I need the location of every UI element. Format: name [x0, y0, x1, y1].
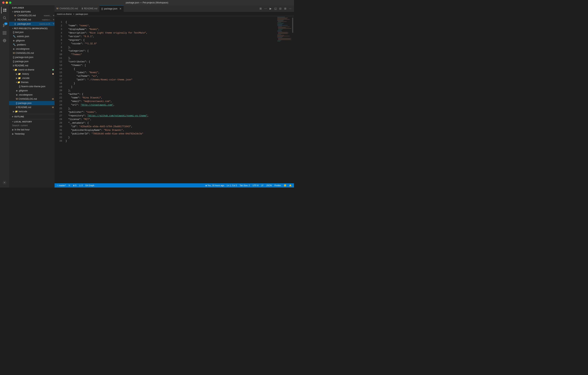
history-last-hour[interactable]: ▶ In the last hour: [9, 128, 54, 132]
run-btn[interactable]: ▶: [268, 6, 273, 11]
format-btn[interactable]: ⊟: [278, 6, 283, 11]
window-controls[interactable]: [2, 1, 11, 4]
position-item[interactable]: Ln 1, Col 2: [226, 184, 238, 187]
svg-point-14: [4, 182, 5, 183]
svg-point-5: [3, 26, 4, 27]
minimize-button[interactable]: [6, 1, 8, 4]
git-graph-item[interactable]: Git Graph: [84, 184, 95, 187]
file-readme-noemi[interactable]: ℹ README.md M: [9, 105, 54, 109]
vscodeignore-noemi-label: .vscodeignore: [18, 93, 54, 96]
search-activity-icon[interactable]: [1, 14, 8, 21]
file-readme-root[interactable]: ℹ README.md: [9, 64, 54, 68]
open-editors-header[interactable]: ▾ Open Editors: [9, 10, 54, 13]
open-editors-section: ▾ Open Editors M CHANGELOG.md noemi-... …: [9, 10, 54, 26]
layout-btn[interactable]: ⊞: [283, 6, 288, 11]
git-user-item[interactable]: ◈ You, 16 hours ago: [205, 184, 225, 187]
code-line-25: },: [64, 107, 277, 110]
file-gitignore-noemi[interactable]: ◆ .gitignore: [9, 88, 54, 93]
svg-rect-26: [277, 24, 282, 25]
scrollbar-thumb[interactable]: [292, 18, 293, 33]
emoji-item[interactable]: 😊: [283, 184, 287, 187]
file-eslintrc[interactable]: 🔧 .eslintrc.json: [9, 34, 54, 38]
git-user-label: ◈ You, 16 hours ago: [205, 184, 224, 187]
local-history-header[interactable]: ▾ Local History: [9, 120, 54, 123]
open-editor-readme[interactable]: ℹ README.md noemi-v-... ✕: [9, 18, 54, 22]
tab-readme[interactable]: ℹ README.md: [80, 5, 99, 12]
line-number-29: 29: [54, 121, 62, 125]
file-package-root[interactable]: {} package.json: [9, 59, 54, 64]
errors-item[interactable]: ⊗ 0: [72, 184, 77, 187]
file-package-noemi[interactable]: {} package.json: [9, 101, 54, 105]
file-changelog-root[interactable]: M CHANGELOG.md: [9, 51, 54, 55]
overflow-btn[interactable]: ···: [288, 6, 293, 11]
language-item[interactable]: JSON: [265, 184, 273, 187]
sync-item[interactable]: ↻: [68, 184, 71, 187]
formatter-item[interactable]: Prettier: [274, 184, 282, 187]
tab-readme-label: README.md: [84, 7, 97, 10]
encoding-item[interactable]: UTF-8: [252, 184, 259, 187]
tab-changelog[interactable]: M CHANGELOG.md: [54, 5, 80, 12]
svg-rect-23: [277, 22, 281, 22]
folder-vscode[interactable]: ▶ 📁 .vscode: [9, 76, 54, 80]
preview-btn[interactable]: ◱: [273, 6, 278, 11]
line-number-16: 16: [54, 75, 62, 78]
eol-item[interactable]: LF: [260, 184, 264, 187]
code-line-23: "email": "me@ninastawski.com",: [64, 100, 277, 103]
changelog-noemi-label: CHANGELOG.md: [19, 98, 52, 100]
minimap: [277, 16, 292, 183]
outline-header[interactable]: ▶ Outline: [9, 115, 54, 118]
remote-activity-icon[interactable]: [1, 37, 8, 44]
tab-size-item[interactable]: Tab Size: 2: [239, 184, 251, 187]
folder-leetcode[interactable]: ▶ 📁 leetcode: [9, 109, 54, 114]
extensions-activity-icon[interactable]: [1, 30, 8, 36]
gitignore-label: .gitignore: [15, 39, 54, 42]
close-package-icon[interactable]: ✕: [53, 22, 54, 25]
folder-noemi-vs-theme[interactable]: ▾ 📁 noemi-vs-theme: [9, 68, 54, 72]
history-yesterday[interactable]: ▶ Yesterday: [9, 132, 54, 136]
split-editor-btn[interactable]: ⊞: [258, 6, 263, 11]
open-editor-readme-label: README.md: [17, 18, 42, 21]
file-text-json[interactable]: {} text.json: [9, 30, 54, 34]
search-current-item[interactable]: Search: current: [9, 123, 54, 128]
workspace-header[interactable]: ▾ Pet-Projects (Workspace): [9, 27, 54, 30]
file-prettierrc[interactable]: 🔧 .prettierrc: [9, 43, 54, 47]
source-control-activity-icon[interactable]: 16: [1, 22, 8, 29]
minimap-svg: [277, 16, 292, 92]
open-editor-package-json[interactable]: {} package.json noemi-vs-th... ✕: [9, 22, 54, 26]
file-vscodeignore-root[interactable]: ◆ .vscodeignore: [9, 47, 54, 51]
file-changelog-noemi[interactable]: M CHANGELOG.md M: [9, 97, 54, 101]
tab-package-json[interactable]: {} package.json ✕: [99, 5, 124, 12]
yesterday-chevron: ▶: [12, 132, 14, 135]
open-editor-changelog[interactable]: M CHANGELOG.md noemi-... ✕: [9, 13, 54, 18]
local-history-section: ▾ Local History Search: current ▶ In the…: [9, 119, 54, 137]
tab-package-close[interactable]: ✕: [119, 7, 122, 10]
warnings-item[interactable]: ⚠ 0: [78, 184, 83, 187]
file-vscodeignore-noemi[interactable]: ◆ .vscodeignore: [9, 93, 54, 97]
close-changelog-icon[interactable]: ✕: [53, 14, 54, 17]
file-package-lock[interactable]: {} package-lock.json: [9, 55, 54, 59]
file-gitignore-root[interactable]: ◆ .gitignore: [9, 38, 54, 43]
open-editor-changelog-label: CHANGELOG.md: [17, 14, 44, 17]
more-actions-btn[interactable]: ⋯: [263, 6, 268, 11]
close-readme-icon[interactable]: ✕: [53, 18, 54, 21]
close-button[interactable]: [2, 1, 5, 4]
editor-content[interactable]: { "name": "noemi", "displayName": "Noemi…: [64, 16, 277, 183]
bell-item[interactable]: 🔔: [288, 184, 293, 187]
folder-history[interactable]: ▶ 📁 .history: [9, 72, 54, 76]
code-line-2: "name": "noemi",: [64, 24, 277, 28]
svg-rect-47: [277, 40, 281, 41]
vscodeignore-root-icon: ◆: [13, 48, 15, 50]
open-editors-label: Open Editors: [14, 11, 31, 13]
code-line-9: "categories": [: [64, 49, 277, 53]
folder-themes[interactable]: ▾ 📁 themes: [9, 80, 54, 84]
settings-activity-icon[interactable]: [1, 179, 8, 186]
maximize-button[interactable]: [9, 1, 11, 4]
branch-label: master*: [59, 184, 66, 187]
encoding-label: UTF-8: [252, 184, 258, 187]
line-number-28: 28: [54, 118, 62, 121]
file-noemi-color-theme[interactable]: {} Noemi-color-theme.json: [9, 84, 54, 88]
branch-item[interactable]: ⑃ master*: [56, 184, 67, 187]
explorer-activity-icon[interactable]: [1, 7, 8, 14]
scrollbar-track[interactable]: [291, 16, 294, 183]
open-editor-readme-suffix: noemi-v-...: [42, 19, 52, 21]
